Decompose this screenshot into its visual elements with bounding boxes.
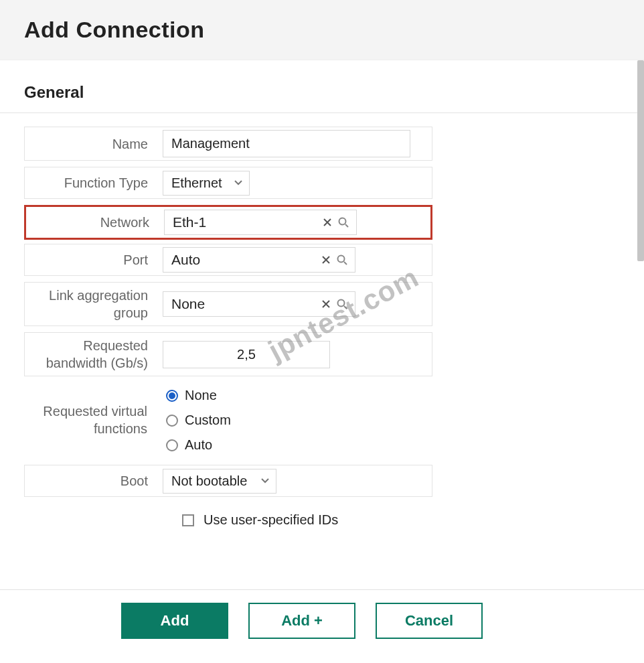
search-icon[interactable]: [336, 215, 351, 230]
row-use-ids: Use user-specified IDs: [24, 503, 620, 534]
chevron-down-icon: [234, 180, 242, 186]
svg-point-2: [338, 300, 345, 307]
label-name: Name: [25, 127, 159, 160]
rvf-auto-label: Auto: [185, 437, 212, 453]
lag-value: None: [171, 296, 317, 312]
port-lookup[interactable]: Auto: [163, 247, 355, 273]
use-ids-checkbox[interactable]: [182, 514, 194, 526]
search-icon[interactable]: [335, 252, 349, 267]
row-rvf: Requested virtual functions None Custom …: [24, 382, 432, 458]
function-type-select[interactable]: Ethernet: [163, 171, 250, 196]
row-name: Name: [24, 127, 432, 161]
clear-icon[interactable]: [320, 215, 335, 230]
network-lookup[interactable]: Eth-1: [164, 210, 357, 235]
add-button[interactable]: Add: [121, 603, 228, 639]
rvf-custom-label: Custom: [185, 413, 231, 428]
label-bandwidth: Requested bandwidth (Gb/s): [25, 333, 159, 376]
network-value: Eth-1: [173, 214, 319, 230]
row-port: Port Auto: [24, 244, 432, 276]
row-boot: Boot Not bootable: [24, 465, 432, 497]
row-bandwidth: Requested bandwidth (Gb/s): [24, 332, 432, 376]
name-input[interactable]: [163, 130, 410, 157]
boot-value: Not bootable: [171, 473, 247, 489]
section-title-general: General: [0, 60, 644, 113]
svg-point-1: [338, 256, 345, 263]
add-plus-button[interactable]: Add +: [248, 603, 355, 639]
clear-icon[interactable]: [319, 297, 333, 311]
dialog-title: Add Connection: [24, 17, 205, 43]
footer-actions: Add Add + Cancel: [0, 603, 644, 639]
svg-point-0: [339, 218, 346, 225]
clear-icon[interactable]: [319, 252, 333, 267]
rvf-radio-group: None Custom Auto: [166, 385, 231, 455]
radio-icon: [166, 390, 178, 402]
rvf-none-label: None: [185, 388, 217, 403]
lag-lookup[interactable]: None: [163, 291, 355, 317]
port-value: Auto: [171, 252, 317, 268]
label-network: Network: [26, 207, 160, 238]
dialog-header: Add Connection: [0, 0, 644, 60]
use-ids-label: Use user-specified IDs: [204, 512, 338, 528]
row-lag: Link aggregation group None: [24, 282, 432, 326]
row-function-type: Function Type Ethernet: [24, 167, 432, 199]
label-port: Port: [25, 244, 159, 275]
chevron-down-icon: [261, 478, 269, 484]
label-lag: Link aggregation group: [25, 283, 159, 325]
label-rvf: Requested virtual functions: [24, 382, 158, 444]
label-boot: Boot: [25, 465, 159, 496]
boot-select[interactable]: Not bootable: [163, 469, 276, 494]
label-function-type: Function Type: [25, 167, 159, 198]
search-icon[interactable]: [335, 297, 349, 311]
radio-icon: [166, 439, 178, 451]
rvf-option-none[interactable]: None: [166, 388, 231, 403]
footer-separator: [0, 589, 644, 590]
row-network: Network Eth-1: [24, 205, 432, 240]
form-general: Name Function Type Ethernet Network Eth-…: [0, 113, 644, 541]
cancel-button[interactable]: Cancel: [376, 603, 483, 639]
rvf-option-custom[interactable]: Custom: [166, 413, 231, 428]
rvf-option-auto[interactable]: Auto: [166, 437, 231, 453]
radio-icon: [166, 415, 178, 427]
bandwidth-input[interactable]: [163, 341, 330, 368]
function-type-value: Ethernet: [171, 175, 222, 191]
